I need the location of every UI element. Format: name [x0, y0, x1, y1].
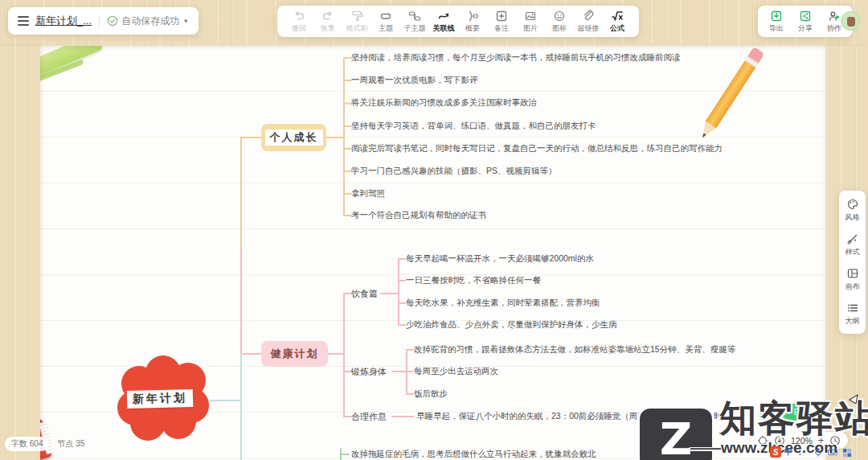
topic-leaf[interactable]: 坚持阅读，培养阅读习惯，每个月至少阅读一本书，戒掉睡前玩手机的习惯改成睡前阅读 [351, 52, 681, 64]
export-icon [770, 10, 783, 23]
ime-lang-toggle[interactable]: 中 [784, 446, 792, 458]
history-icon[interactable] [829, 435, 841, 446]
branch-node-personal-growth[interactable]: 个人成长 [261, 124, 326, 151]
topic-leaf[interactable]: 改掉驼背的习惯，跟着拯救体态方法去做，如标准站姿靠墙站立15分钟、美背、瘦腿等 [414, 344, 735, 355]
document-title[interactable]: 新年计划_... [35, 14, 92, 28]
topic-leaf[interactable]: 每天吃水果，补充维生素，同时荤素搭配，营养均衡 [406, 298, 600, 309]
topic-leaf[interactable]: 一日三餐按时吃，不省略掉任何一餐 [406, 275, 541, 286]
topic-leaf[interactable]: 每天早起喝一杯温开水，一天必须喝够2000ml的水 [406, 253, 594, 265]
format-painter-icon [350, 10, 363, 23]
format-panel-button[interactable]: 样式 [845, 232, 860, 257]
smiley-icon [553, 10, 566, 23]
ime-toolbar: S 中 ， ’ [770, 446, 853, 458]
subtopic-button[interactable]: 子主题 [401, 10, 428, 34]
redo-icon [321, 10, 334, 23]
ime-toolbox-icon[interactable] [841, 446, 853, 458]
relation-line-button[interactable]: 关联线 [430, 10, 457, 34]
ime-keyboard-icon[interactable] [827, 446, 838, 458]
icon-button[interactable]: 图标 [546, 10, 573, 34]
magic-brush-icon [846, 232, 859, 245]
outline-list-icon [846, 302, 859, 314]
export-button[interactable]: 导出 [764, 10, 788, 34]
topic-leaf[interactable]: 考一个符合自己规划有帮助的的证书 [351, 210, 486, 221]
autosave-status[interactable]: 自动保存成功 ▼ [107, 14, 189, 28]
topic-leaf[interactable]: 早睡早起，保证八个小时的的失眠，23：00前必须睡觉（周五周六可延迟半个小时） [416, 411, 731, 422]
desk-frame-left [0, 46, 40, 460]
palette-icon [846, 198, 859, 211]
node-count: 节点 35 [57, 438, 84, 450]
topic-leaf[interactable]: 坚持每天学习英语，背单词、练口语、做真题，和自己的朋友打卡 [351, 121, 596, 132]
locate-icon[interactable] [757, 435, 768, 446]
check-circle-icon [107, 15, 118, 27]
style-panel-button[interactable]: 风格 [845, 198, 860, 223]
topic-button[interactable]: 主题 [372, 10, 399, 34]
topic-leaf[interactable]: 一周观看一次优质电影，写下影评 [351, 75, 478, 86]
summary-button[interactable]: 概要 [459, 10, 486, 34]
subtopic-diet[interactable]: 饮食篇 [351, 288, 378, 300]
relation-line-icon [437, 10, 450, 23]
topic-leaf[interactable]: 少吃油炸食品、少点外卖，尽量做到保护好身体，少生病 [406, 319, 617, 331]
note-icon [495, 10, 508, 23]
mindmap-canvas[interactable]: 新年计划 个人成长 健康计划 坚持阅读，培养阅读习惯，每个月至少阅读一本书，戒掉… [0, 0, 868, 460]
format-painter-button[interactable]: 格式刷 [343, 10, 371, 34]
branch-node-health-plan[interactable]: 健康计划 [261, 341, 328, 367]
avatar[interactable] [841, 11, 860, 31]
redo-button[interactable]: 恢复 [314, 10, 342, 34]
share-button[interactable]: 分享 [793, 10, 817, 34]
topic-leaf[interactable]: 将关注娱乐新闻的习惯改成多多关注国家时事政治 [351, 97, 537, 109]
ime-logo-icon[interactable]: S [770, 446, 781, 458]
formula-button[interactable]: 公式 [604, 10, 631, 34]
mindmap-app: { "window": { "title": "新年计划_...", "auto… [0, 0, 868, 460]
image-button[interactable]: 图片 [517, 10, 544, 34]
menu-icon[interactable] [18, 16, 29, 26]
ime-punct-toggle[interactable]: ， [796, 446, 804, 458]
topic-leaf[interactable]: 改掉拖延症的毛病，思考后想做什么立马行动起来，犹豫就会败北 [351, 449, 596, 460]
topic-icon [379, 10, 392, 23]
image-icon [524, 10, 537, 23]
zoom-in-button[interactable]: + [818, 434, 825, 446]
outline-panel-button[interactable]: 大纲 [845, 302, 860, 327]
canvas-panel-button[interactable]: 画布 [845, 267, 860, 292]
topic-leaf[interactable]: 阅读完后写读书笔记，同时每天写日记，复盘自己一天的行动，做总结和反思，练习自己的… [351, 143, 723, 154]
ime-quote-toggle[interactable]: ’ [807, 448, 809, 457]
topic-leaf[interactable]: 学习一门自己感兴趣的技能（摄影、PS、视频剪辑等） [351, 166, 557, 177]
subtopic-rest[interactable]: 合理作息 [351, 411, 387, 423]
root-node-label: 新年计划 [127, 389, 194, 409]
zoom-percentage[interactable]: 120% [791, 436, 813, 446]
share-icon [799, 10, 812, 23]
note-button[interactable]: 备注 [488, 10, 515, 34]
mouse-cursor-icon [846, 392, 859, 405]
fit-view-icon[interactable] [774, 435, 785, 446]
divider: | [98, 15, 100, 27]
file-title-card: 新年计划_... | 自动保存成功 ▼ [8, 7, 199, 35]
topic-leaf[interactable]: 饭后散步 [414, 388, 448, 400]
main-toolbar: 撤回 恢复 格式刷 主题 子主题 关联线 概要 备注 图片 图标 超链接 [277, 6, 639, 37]
side-panel: 风格 样式 画布 大纲 [839, 191, 866, 334]
topic-leaf[interactable]: 每周至少出去运动两次 [414, 366, 498, 377]
root-node-new-year-plan[interactable]: 新年计划 [117, 355, 209, 441]
ime-mic-icon[interactable] [813, 446, 824, 458]
chevron-down-icon: ▼ [182, 18, 189, 25]
subtopic-icon [408, 10, 421, 23]
hyperlink-button[interactable]: 超链接 [575, 10, 602, 34]
canvas-layout-icon [846, 267, 859, 280]
paperclip-icon [582, 10, 595, 23]
collaborate-icon [828, 10, 841, 23]
undo-icon [293, 10, 305, 23]
summary-icon [466, 10, 479, 23]
formula-icon [611, 10, 624, 23]
branch-node-label: 个人成长 [265, 129, 323, 146]
subtopic-exercise[interactable]: 锻炼身体 [351, 366, 387, 378]
status-bar: 字数 604 节点 35 [5, 437, 84, 451]
topic-leaf[interactable]: 拿到驾照 [351, 188, 385, 199]
undo-button[interactable]: 撤回 [285, 10, 313, 34]
shortcut-hint-tooltip: Shift + E [760, 404, 807, 421]
word-count: 字数 604 [5, 437, 49, 451]
branch-node-label: 健康计划 [271, 347, 319, 361]
actions-card: 导出 分享 协作 [758, 6, 853, 37]
